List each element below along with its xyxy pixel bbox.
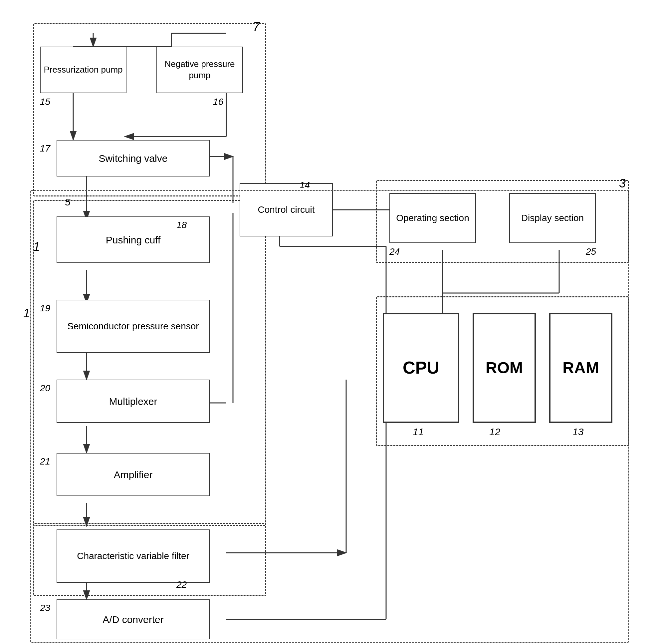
pressurization-pump-block: Pressurization pump [40,47,126,93]
num-17: 17 [40,143,50,154]
switching-valve-label: Switching valve [99,152,168,165]
num-16: 16 [213,97,223,107]
num-14: 14 [299,180,310,190]
diagram-container: 7 Pressurization pump 15 Negative pressu… [13,13,639,633]
main-outer-box [30,190,629,643]
negative-pressure-pump-label: Negative pressure pump [160,59,240,81]
num-15: 15 [40,97,50,107]
label-3: 3 [619,177,626,190]
label-main-1: 1 [23,306,30,320]
negative-pressure-pump-block: Negative pressure pump [156,47,243,93]
switching-valve-block: Switching valve [56,140,210,177]
label-7: 7 [253,20,260,34]
pressurization-pump-label: Pressurization pump [44,64,123,75]
